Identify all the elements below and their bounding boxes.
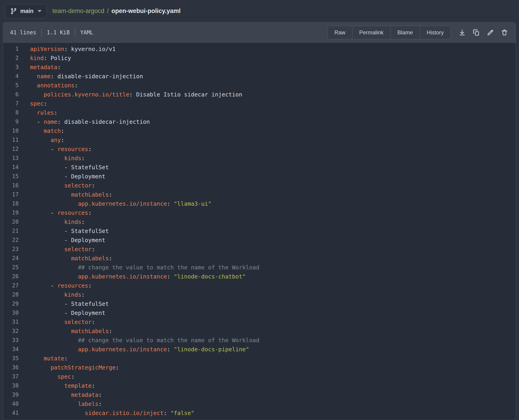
code-line-content: - Deployment (19, 173, 105, 180)
line-number[interactable]: 16 (3, 182, 19, 189)
code-line: 18 app.kubernetes.io/instance: "llama3-u… (3, 199, 516, 208)
line-number[interactable]: 19 (3, 210, 19, 216)
line-number[interactable]: 29 (3, 300, 19, 307)
line-number[interactable]: 26 (3, 273, 19, 280)
file-size: 1.1 KiB (47, 29, 70, 36)
line-number[interactable]: 7 (3, 100, 19, 107)
line-number[interactable]: 35 (3, 355, 19, 361)
code-line: 4 name: disable-sidecar-injection (3, 72, 516, 81)
edit-button[interactable] (485, 27, 496, 38)
code-line: 35 mutate: (3, 354, 516, 363)
code-line-content: - StatefulSet (19, 164, 109, 171)
line-number[interactable]: 27 (3, 282, 19, 289)
copy-button[interactable] (471, 27, 482, 38)
code-line: 25 ## change the value to match the name… (3, 263, 516, 272)
code-line: 14 - StatefulSet (3, 163, 516, 172)
line-number[interactable]: 6 (3, 91, 19, 98)
line-number[interactable]: 22 (3, 237, 19, 243)
branch-name-label: main (20, 8, 33, 14)
history-button[interactable]: History (420, 26, 451, 39)
code-line: 37 spec: (3, 372, 516, 381)
breadcrumb-separator: / (107, 8, 109, 15)
breadcrumb-repo-link[interactable]: team-demo-argocd (52, 8, 104, 15)
code-line-content: - Deployment (19, 237, 105, 243)
code-line-content: labels: (19, 401, 102, 407)
file-lines-count: 41 lines (10, 29, 36, 36)
delete-button[interactable] (499, 27, 510, 38)
line-number[interactable]: 2 (3, 55, 19, 61)
code-line: 3metadata: (3, 63, 516, 72)
line-number[interactable]: 38 (3, 382, 19, 389)
code-line: 28 kinds: (3, 290, 516, 299)
code-line: 16 selector: (3, 181, 516, 190)
line-number[interactable]: 21 (3, 228, 19, 234)
raw-button[interactable]: Raw (328, 26, 353, 39)
line-number[interactable]: 33 (3, 337, 19, 343)
code-line-content: selector: (19, 182, 95, 189)
code-line-content: patchStrategicMerge: (19, 364, 119, 371)
breadcrumb-file-name: open-webui-policy.yaml (111, 8, 181, 15)
code-line-content: rules: (19, 109, 57, 116)
pencil-icon (487, 29, 494, 36)
line-number[interactable]: 24 (3, 255, 19, 262)
line-number[interactable]: 39 (3, 391, 19, 398)
line-number[interactable]: 12 (3, 146, 19, 152)
line-number[interactable]: 41 (3, 410, 19, 416)
line-number[interactable]: 18 (3, 201, 19, 207)
line-number[interactable]: 36 (3, 364, 19, 371)
code-line: 1apiVersion: kyverno.io/v1 (3, 44, 516, 53)
code-line-content: - resources: (19, 282, 92, 289)
line-number[interactable]: 8 (3, 109, 19, 116)
line-number[interactable]: 17 (3, 191, 19, 198)
branch-selector-button[interactable]: main (5, 4, 47, 18)
top-bar: main team-demo-argocd / open-webui-polic… (0, 0, 519, 22)
line-number[interactable]: 23 (3, 246, 19, 252)
line-number[interactable]: 15 (3, 173, 19, 180)
line-number[interactable]: 10 (3, 128, 19, 134)
line-number[interactable]: 3 (3, 64, 19, 70)
line-number[interactable]: 1 (3, 46, 19, 52)
file-view-box: 41 lines 1.1 KiB YAML Raw Permalink Blam… (3, 22, 516, 420)
code-line: 15 - Deployment (3, 172, 516, 181)
code-viewer: 1apiVersion: kyverno.io/v12kind: Policy3… (3, 43, 516, 420)
code-line-content: metadata: (19, 64, 61, 71)
code-line: 19 - resources: (3, 208, 516, 217)
line-number[interactable]: 40 (3, 401, 19, 407)
line-number[interactable]: 9 (3, 119, 19, 125)
code-line-content: - name: disable-sidecar-injection (19, 119, 150, 125)
code-line: 29 - StatefulSet (3, 299, 516, 308)
code-line: 8 rules: (3, 108, 516, 117)
line-number[interactable]: 32 (3, 328, 19, 334)
code-line-content: - StatefulSet (19, 300, 109, 307)
code-line-content: any: (19, 137, 64, 143)
line-number[interactable]: 31 (3, 319, 19, 325)
permalink-button[interactable]: Permalink (353, 26, 391, 39)
line-number[interactable]: 37 (3, 373, 19, 380)
code-line: 27 - resources: (3, 281, 516, 290)
code-line-content: selector: (19, 246, 95, 253)
line-number[interactable]: 11 (3, 137, 19, 143)
download-button[interactable] (457, 27, 467, 38)
code-line-content: matchLabels: (19, 255, 112, 262)
blame-button[interactable]: Blame (391, 26, 420, 39)
chevron-down-icon (37, 10, 42, 12)
line-number[interactable]: 25 (3, 264, 19, 270)
code-line-content: template: (19, 382, 95, 389)
line-number[interactable]: 30 (3, 310, 19, 316)
line-number[interactable]: 28 (3, 292, 19, 298)
line-number[interactable]: 20 (3, 219, 19, 225)
line-number[interactable]: 4 (3, 73, 19, 79)
code-line: 26 app.kubernetes.io/instance: "linode-d… (3, 272, 516, 281)
code-line-content: match: (19, 128, 64, 134)
line-number[interactable]: 34 (3, 346, 19, 352)
line-number[interactable]: 14 (3, 164, 19, 170)
line-number[interactable]: 5 (3, 82, 19, 89)
code-line: 34 app.kubernetes.io/instance: "linode-d… (3, 345, 516, 354)
line-number[interactable]: 13 (3, 155, 19, 161)
code-line: 2kind: Policy (3, 53, 516, 63)
code-line-content: kind: Policy (19, 55, 71, 61)
code-line: 36 patchStrategicMerge: (3, 363, 516, 372)
code-line-content: kinds: (19, 155, 85, 162)
code-line-content: - StatefulSet (19, 228, 109, 234)
code-line: 11 any: (3, 135, 516, 144)
